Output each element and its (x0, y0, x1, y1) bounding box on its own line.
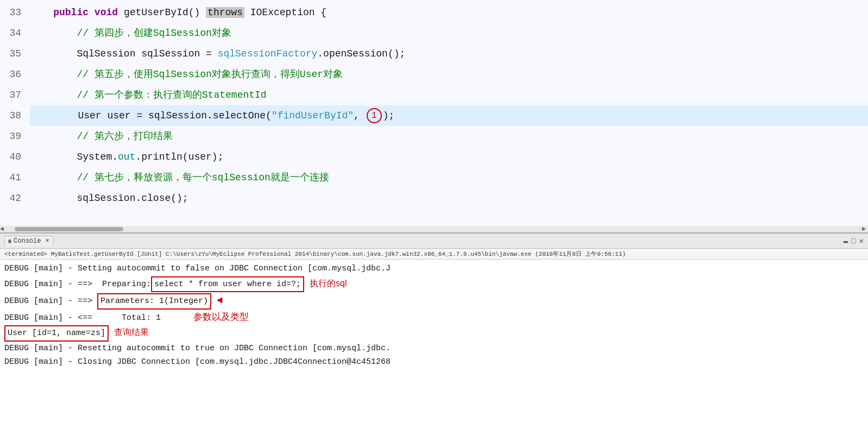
circle-1-annotation: 1 (367, 108, 382, 123)
code-line-40: 40 System.out.println(user); (0, 147, 868, 167)
console-line-5: User [id=1, name=zs] 查询结果 (4, 325, 864, 342)
console-maximize-icon[interactable]: □ (851, 237, 856, 245)
code-horizontal-scrollbar[interactable]: ◄ ► (0, 226, 868, 232)
line-number-40: 40 (0, 147, 30, 167)
code-text-40c: .println(user); (135, 152, 223, 162)
console-text-4: DEBUG [main] - <== Total: 1 (4, 311, 161, 325)
console-path: <terminated> MyBatisTest.getUserById [JU… (0, 249, 868, 260)
console-close-icon[interactable]: ✕ (859, 236, 864, 245)
line-content-39: // 第六步，打印结果 (30, 126, 868, 147)
code-line-35: 35 SqlSession sqlSession = sqlSessionFac… (0, 43, 868, 64)
code-text-35a: SqlSession sqlSession = (30, 48, 218, 59)
code-lines: 33 public void getUserById() throws IOEx… (0, 0, 868, 211)
code-line-34: 34 // 第四步，创建SqlSession对象 (0, 23, 868, 43)
scroll-right-arrow[interactable]: ► (862, 225, 866, 233)
comment-36: // 第五步，使用SqlSession对象执行查询，得到User对象 (30, 69, 343, 80)
code-text-38c: , (354, 110, 366, 121)
console-params-label: 参数以及类型 (193, 310, 249, 325)
code-line-38: 38 User user = sqlSession.selectOne("fin… (0, 105, 868, 126)
line-content-37: // 第一个参数：执行查询的StatementId (30, 85, 868, 105)
console-text-3a: DEBUG [main] - ==> (4, 294, 97, 308)
line-number-42: 42 (0, 188, 30, 209)
code-line-39: 39 // 第六步，打印结果 (0, 126, 868, 147)
console-line-6: DEBUG [main] - Resetting autocommit to t… (4, 342, 864, 356)
line-number-41: 41 (0, 167, 30, 188)
console-line-2: DEBUG [main] - ==> Preparing: select * f… (4, 276, 864, 293)
line-content-41: // 第七步，释放资源，每一个sqlSession就是一个连接 (30, 167, 868, 188)
console-tab-icon: ▣ (8, 238, 11, 244)
console-text-7: DEBUG [main] - Closing JDBC Connection [… (4, 355, 391, 369)
console-tab[interactable]: ▣ Console × (4, 236, 53, 246)
comment-41: // 第七步，释放资源，每一个sqlSession就是一个连接 (30, 172, 329, 183)
console-sql-box: select * from user where id=?; (151, 276, 304, 293)
console-text-1: DEBUG [main] - Setting autocommit to fal… (4, 262, 391, 276)
keyword-void: void (95, 7, 118, 18)
line-content-34: // 第四步，创建SqlSession对象 (30, 23, 868, 43)
code-text-38a: User user = sqlSession.selectOne( (31, 110, 272, 121)
console-line-7: DEBUG [main] - Closing JDBC Connection [… (4, 355, 864, 369)
scrollbar-thumb[interactable] (15, 227, 123, 231)
console-text-2a: DEBUG [main] - ==> Preparing: (4, 277, 151, 292)
console-line-4: DEBUG [main] - <== Total: 1 参数以及类型 (4, 310, 864, 325)
code-text-42: sqlSession.close(); (30, 193, 188, 204)
line-number-38: 38 (0, 105, 30, 126)
code-line-37: 37 // 第一个参数：执行查询的StatementId (0, 85, 868, 105)
code-text-35c: .openSession(); (317, 48, 405, 59)
console-text-6: DEBUG [main] - Resetting autocommit to t… (4, 342, 391, 356)
code-line-33: 33 public void getUserById() throws IOEx… (0, 2, 868, 23)
console-minimize-icon[interactable]: ▬ (844, 237, 848, 245)
line-content-35: SqlSession sqlSession = sqlSessionFactor… (30, 43, 868, 64)
console-sql-label: 执行的sql (310, 276, 347, 291)
code-editor: 33 public void getUserById() throws IOEx… (0, 0, 868, 234)
console-result-box: User [id=1, name=zs] (4, 325, 109, 342)
console-line-3: DEBUG [main] - ==> Parameters: 1(Integer… (4, 292, 864, 310)
line-number-36: 36 (0, 64, 30, 85)
console-path-text: <terminated> MyBatisTest.getUserById [JU… (4, 251, 626, 257)
code-text-40b: out (118, 152, 135, 162)
code-text-40a: System. (30, 152, 118, 162)
console-toolbar: ▣ Console × ▬ □ ✕ (0, 234, 868, 249)
scroll-left-arrow[interactable]: ◄ (0, 225, 4, 233)
line-number-34: 34 (0, 23, 30, 43)
line-content-33: public void getUserById() throws IOExcep… (30, 2, 868, 23)
comment-34: // 第四步，创建SqlSession对象 (30, 28, 231, 39)
console-tab-close[interactable]: × (45, 237, 49, 245)
line-content-36: // 第五步，使用SqlSession对象执行查询，得到User对象 (30, 64, 868, 85)
line-number-39: 39 (0, 126, 30, 147)
console-tab-label: Console (14, 237, 41, 245)
keyword-throws: throws (206, 7, 244, 18)
console-line-1: DEBUG [main] - Setting autocommit to fal… (4, 262, 864, 276)
console-result-label: 查询结果 (114, 325, 149, 339)
console-toolbar-right: ▬ □ ✕ (844, 236, 864, 245)
method-name: getUserById() (124, 7, 206, 18)
line-number-33: 33 (0, 2, 30, 23)
code-text-35b: sqlSessionFactory (218, 48, 318, 59)
comment-37: // 第一个参数：执行查询的StatementId (30, 90, 267, 100)
line-content-40: System.out.println(user); (30, 147, 868, 167)
code-text-38b: "findUserById" (272, 110, 354, 121)
keyword-public: public (53, 7, 89, 18)
code-text-38d: ); (383, 110, 395, 121)
console-params-box: Parameters: 1(Integer) (97, 293, 211, 310)
code-line-36: 36 // 第五步，使用SqlSession对象执行查询，得到User对象 (0, 64, 868, 85)
console-content: DEBUG [main] - Setting autocommit to fal… (0, 260, 868, 371)
console-area: ▣ Console × ▬ □ ✕ <terminated> MyBatisTe… (0, 234, 868, 429)
line-number-37: 37 (0, 85, 30, 105)
line-number-35: 35 (0, 43, 30, 64)
code-line-41: 41 // 第七步，释放资源，每一个sqlSession就是一个连接 (0, 167, 868, 188)
line-content-42: sqlSession.close(); (30, 188, 868, 209)
exception-text: IOException { (250, 7, 326, 18)
code-line-42: 42 sqlSession.close(); (0, 188, 868, 209)
line-content-38: User user = sqlSession.selectOne("findUs… (30, 105, 868, 126)
console-arrow-icon: ◄ (217, 292, 223, 309)
comment-39: // 第六步，打印结果 (30, 131, 173, 142)
